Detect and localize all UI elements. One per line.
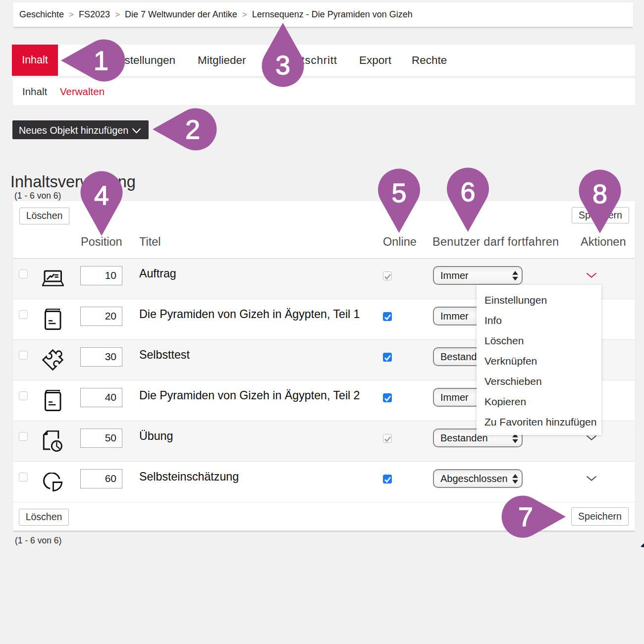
svg-text:2: 2 bbox=[185, 114, 200, 144]
